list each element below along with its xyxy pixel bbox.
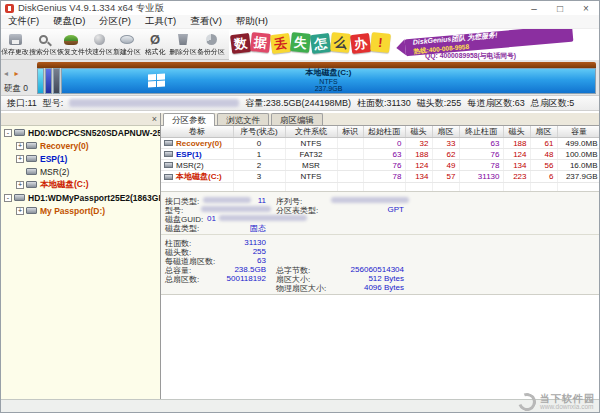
expand-icon[interactable]: +	[16, 207, 24, 215]
table-row[interactable]: MSR(2) 2 MSR 76 124 49 78 134 56 16.0MB	[161, 160, 599, 171]
disk-band: ◂ ▸ 硬盘 0 本地磁盘(C:) NTFS 237.9GB	[1, 60, 599, 96]
partition-panel: 分区参数 浏览文件 扇区编辑 卷标 序号(状态) 文件系统 标识 起始柱面	[161, 113, 599, 399]
format-icon: Ø	[150, 34, 160, 45]
menu-view[interactable]: 查看(V)	[183, 15, 229, 28]
partition-block-esp[interactable]	[45, 68, 52, 94]
collapse-icon[interactable]: -	[4, 129, 12, 137]
partition-block-recovery[interactable]	[37, 68, 44, 94]
table-row[interactable]: 本地磁盘(C:) 3 NTFS 78 134 57 31130 223 6 23…	[161, 171, 599, 183]
save-changes-button[interactable]: 保存更改	[1, 29, 29, 59]
tree-item-esp[interactable]: + ESP(1)	[1, 152, 160, 165]
partition-size: 237.9GB	[306, 85, 352, 93]
info-capacity: 容量:238.5GB(244198MB)	[245, 97, 351, 110]
tree-item-my-passport-d[interactable]: + My Passport(D:)	[1, 204, 160, 217]
redacted-model	[69, 99, 239, 107]
expand-icon[interactable]: +	[16, 181, 24, 189]
table-row[interactable]: ESP(1) 1 FAT32 63 188 62 76 124 48 100.0…	[161, 149, 599, 160]
search-icon	[39, 35, 48, 44]
heads-value: 255	[201, 247, 266, 256]
menu-file[interactable]: 文件(F)	[1, 15, 46, 28]
info-heads: 磁头数:255	[417, 97, 462, 110]
redacted-serial	[331, 197, 409, 203]
disk-label: 硬盘 0	[4, 83, 36, 95]
info-interface: 接口:11	[7, 97, 37, 110]
total-sectors-label: 总扇区数:	[165, 274, 199, 285]
disk-kind-value: 固态	[201, 223, 266, 234]
tab-sector-edit[interactable]: 扇区编辑	[271, 113, 323, 125]
menu-partition[interactable]: 分区(P)	[92, 15, 138, 28]
expand-icon[interactable]: +	[16, 155, 24, 163]
disk-info-line: 接口:11 型号: 容量:238.5GB(244198MB) 柱面数:31130…	[1, 96, 599, 111]
disk-kind-label: 磁盘类型:	[165, 223, 199, 234]
tree-item-hd0[interactable]: - HD0:WDCPCSN520SDAPNUW-256G-1101(	[1, 126, 160, 139]
watermark-url: www.downxia.com	[540, 404, 595, 411]
total-bytes-value: 256060514304	[311, 265, 404, 274]
maximize-button[interactable]: □	[547, 3, 573, 14]
disk-icon	[14, 194, 25, 201]
partition-table-type-value: GPT	[311, 205, 404, 214]
menu-bar: 文件(F) 硬盘(D) 分区(P) 工具(T) 查看(V) 帮助(H)	[1, 15, 599, 29]
menu-help[interactable]: 帮助(H)	[229, 15, 275, 28]
tree-item-recovery[interactable]: + Recovery(0)	[1, 139, 160, 152]
delete-partition-button[interactable]: 删除分区	[169, 29, 197, 59]
tree-item-hd1[interactable]: - HD1:WDMyPassport25E2(1863GB)	[1, 191, 160, 204]
tab-partition-parameters[interactable]: 分区参数	[163, 113, 215, 126]
ad-tile: 丢	[270, 33, 291, 54]
ad-tile: 数	[230, 33, 251, 54]
partition-icon	[164, 162, 173, 168]
quick-partition-button[interactable]: 快速分区	[85, 29, 113, 59]
disk-icon	[14, 129, 25, 136]
close-button[interactable]: ×	[573, 3, 599, 14]
status-bar	[1, 399, 599, 412]
tree-header: ×	[1, 113, 160, 126]
ad-tile: 么	[330, 32, 351, 53]
menu-disk[interactable]: 硬盘(D)	[46, 15, 92, 28]
disk-details-panel: 接口类型: 11 序列号: 型号: 分区表类型: GPT 磁盘GUID: 01 …	[161, 191, 599, 295]
cylinders-value: 31130	[201, 238, 266, 247]
ad-qq-text: QQ: 4000089958(与电话同号)	[425, 51, 516, 60]
close-tree-icon[interactable]: ×	[152, 113, 157, 126]
disk-tree-panel: × - HD0:WDCPCSN520SDAPNUW-256G-1101( + R…	[1, 113, 161, 399]
partition-icon	[164, 174, 173, 180]
partition-block-c[interactable]: 本地磁盘(C:) NTFS 237.9GB	[61, 68, 596, 94]
info-cylinders: 柱面数:31130	[357, 97, 411, 110]
partition-icon	[164, 151, 173, 157]
new-partition-icon	[120, 35, 134, 44]
title-bar: DiskGenius V4.9.1.334 x64 专业版 – □ ×	[1, 1, 599, 15]
prev-disk-icon[interactable]: ◂	[4, 69, 8, 78]
table-header-row: 卷标 序号(状态) 文件系统 标识 起始柱面 磁头 扇区 终止柱面 磁头 扇区 …	[161, 126, 599, 138]
tab-browse-files[interactable]: 浏览文件	[217, 113, 269, 125]
tab-bar: 分区参数 浏览文件 扇区编辑	[161, 113, 599, 126]
watermark-logo-icon	[515, 390, 539, 413]
total-capacity-value: 238.5GB	[201, 265, 266, 274]
minimize-button[interactable]: –	[521, 3, 547, 14]
toolbar: 保存更改 搜索分区 恢复文件 快速分区 新建分区 Ø 格式化 删除分区 备份分区	[1, 29, 599, 60]
backup-partition-button[interactable]: 备份分区	[197, 29, 225, 59]
search-partition-button[interactable]: 搜索分区	[29, 29, 57, 59]
new-partition-button[interactable]: 新建分区	[113, 29, 141, 59]
expand-icon[interactable]: +	[16, 142, 24, 150]
collapse-icon[interactable]: -	[4, 194, 12, 202]
partition-icon	[164, 140, 173, 146]
backup-partition-icon	[206, 34, 217, 45]
format-button[interactable]: Ø 格式化	[141, 29, 169, 59]
menu-tools[interactable]: 工具(T)	[138, 15, 183, 28]
ad-tiles: 数 据 丢 失 怎 么 办 !	[231, 33, 391, 52]
app-icon	[5, 4, 14, 13]
diskgenius-window: DiskGenius V4.9.1.334 x64 专业版 – □ × 文件(F…	[0, 0, 600, 413]
redacted-interface	[203, 197, 251, 203]
tree-item-local-disk-c[interactable]: + 本地磁盘(C:)	[1, 178, 160, 191]
ad-banner[interactable]: 数 据 丢 失 怎 么 办 ! DiskGenius团队 为您服务! 热线:40…	[229, 29, 599, 60]
ad-tile: 据	[250, 32, 271, 53]
next-disk-icon[interactable]: ▸	[14, 69, 18, 78]
recover-files-button[interactable]: 恢复文件	[57, 29, 85, 59]
table-row[interactable]: Recovery(0) 0 NTFS 0 32 33 63 188 61 499…	[161, 138, 599, 149]
partition-icon	[26, 181, 37, 188]
total-sectors-value: 500118192	[201, 274, 266, 283]
tree-item-msr[interactable]: MSR(2)	[1, 165, 160, 178]
partition-icon	[26, 155, 37, 162]
watermark: 当下软件园 www.downxia.com	[518, 393, 595, 411]
partition-icon	[26, 207, 37, 214]
partition-block-msr[interactable]	[53, 68, 60, 94]
partition-icon	[26, 142, 37, 149]
